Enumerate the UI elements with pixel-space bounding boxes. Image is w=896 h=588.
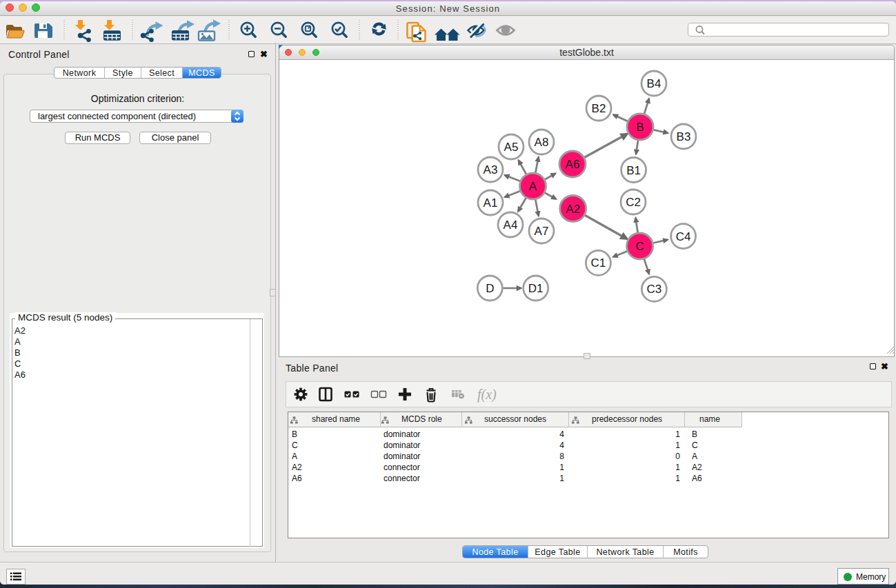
svg-text:C2: C2 bbox=[626, 196, 641, 209]
svg-text:A: A bbox=[529, 180, 537, 193]
svg-text:A4: A4 bbox=[504, 219, 518, 232]
svg-text:A1: A1 bbox=[484, 196, 498, 210]
svg-text:D1: D1 bbox=[528, 282, 544, 295]
svg-text:B1: B1 bbox=[626, 164, 641, 177]
svg-text:C3: C3 bbox=[647, 283, 662, 296]
svg-text:A5: A5 bbox=[504, 141, 519, 154]
svg-text:A2: A2 bbox=[566, 203, 580, 216]
svg-text:A8: A8 bbox=[535, 136, 549, 149]
svg-text:B4: B4 bbox=[647, 77, 661, 90]
svg-text:C4: C4 bbox=[676, 230, 691, 243]
svg-text:C: C bbox=[635, 240, 644, 253]
svg-text:A7: A7 bbox=[535, 225, 549, 238]
svg-text:B: B bbox=[636, 121, 644, 134]
svg-text:f(x): f(x) bbox=[477, 387, 497, 403]
svg-text:D: D bbox=[486, 282, 494, 295]
svg-text:B3: B3 bbox=[677, 130, 691, 143]
svg-text:B2: B2 bbox=[592, 102, 606, 115]
svg-text:A3: A3 bbox=[484, 163, 498, 176]
svg-text:C1: C1 bbox=[591, 256, 606, 270]
svg-text:A6: A6 bbox=[566, 158, 580, 171]
